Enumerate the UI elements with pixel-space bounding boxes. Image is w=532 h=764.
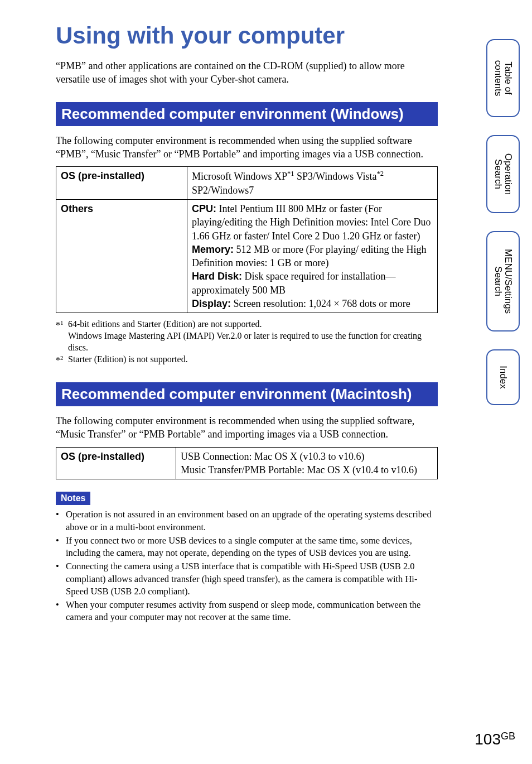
windows-spec-table: OS (pre-installed) Microsoft Windows XP*… [56, 166, 438, 313]
os-value: Microsoft Windows XP*1 SP3/Windows Vista… [187, 167, 438, 200]
intro-paragraph: “PMB” and other applications are contain… [56, 59, 438, 87]
table-row: Others CPU: Intel Pentium III 800 MHz or… [56, 199, 438, 313]
notes-list: •Operation is not assured in an environm… [56, 508, 438, 623]
windows-footnotes: *1 64-bit editions and Starter (Edition)… [56, 319, 438, 367]
notes-heading: Notes [56, 492, 90, 505]
tab-label: Index [498, 366, 508, 389]
list-item: •If you connect two or more USB devices … [56, 535, 438, 560]
os-value-mac: USB Connection: Mac OS X (v10.3 to v10.6… [176, 447, 438, 479]
os-label: OS (pre-installed) [56, 167, 187, 200]
tab-label: Table of contents [493, 60, 513, 96]
others-label: Others [56, 199, 187, 313]
table-row: OS (pre-installed) Microsoft Windows XP*… [56, 167, 438, 200]
tab-index[interactable]: Index [486, 349, 520, 405]
tab-menu-settings-search[interactable]: MENU/Settings Search [486, 231, 520, 331]
tab-label: Operation Search [493, 153, 513, 195]
tab-label: MENU/Settings Search [493, 249, 513, 314]
others-value: CPU: Intel Pentium III 800 MHz or faster… [187, 199, 438, 313]
page-content: Using with your computer “PMB” and other… [0, 0, 471, 647]
page-title: Using with your computer [56, 22, 438, 49]
footnote: *2 Starter (Edition) is not supported. [56, 354, 438, 367]
mac-spec-table: OS (pre-installed) USB Connection: Mac O… [56, 447, 438, 480]
os-label-mac: OS (pre-installed) [56, 447, 176, 479]
page-number: 103GB [475, 731, 515, 748]
tab-operation-search[interactable]: Operation Search [486, 135, 520, 213]
section-heading-mac: Recommended computer environment (Macint… [56, 382, 438, 406]
side-tabs: Table of contents Operation Search MENU/… [486, 39, 520, 423]
list-item: •Connecting the camera using a USB inter… [56, 560, 438, 598]
list-item: •Operation is not assured in an environm… [56, 508, 438, 534]
table-row: OS (pre-installed) USB Connection: Mac O… [56, 447, 438, 479]
mac-intro: The following computer environment is re… [56, 414, 438, 441]
windows-intro: The following computer environment is re… [56, 134, 438, 161]
tab-table-of-contents[interactable]: Table of contents [486, 39, 520, 117]
list-item: •When your computer resumes activity fro… [56, 599, 438, 624]
section-heading-windows: Recommended computer environment (Window… [56, 102, 438, 126]
footnote: *1 64-bit editions and Starter (Edition)… [56, 319, 438, 353]
